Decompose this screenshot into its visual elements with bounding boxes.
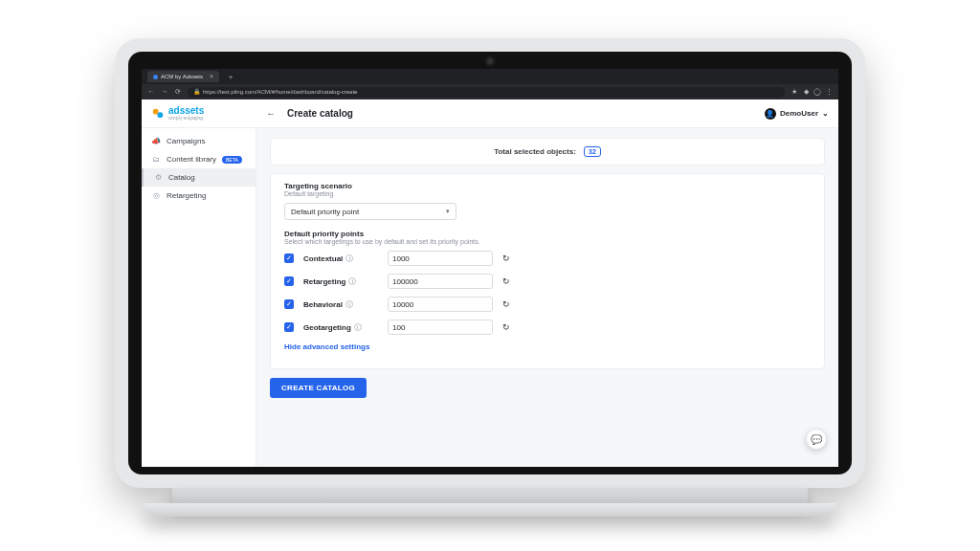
targeting-scenario-subtitle: Default targeting (284, 190, 811, 197)
settings-card: Targeting scenario Default targeting Def… (270, 173, 825, 369)
camera-dot (486, 57, 494, 65)
app-root: adssets simply engaging ← Create catalog… (142, 99, 838, 467)
nav-back-icon[interactable]: ← (147, 88, 155, 96)
total-objects-label: Total selected objects: (494, 147, 576, 156)
hide-advanced-link[interactable]: Hide advanced settings (284, 342, 811, 351)
info-icon[interactable]: i (345, 254, 353, 262)
chat-fab[interactable]: 💬 (806, 429, 827, 450)
priority-row-contextual: ✓ Contextual i ↻ (284, 251, 811, 266)
sidebar-item-label: Retargeting (167, 191, 206, 200)
sidebar-item-catalog[interactable]: ⚙ Catalog (142, 168, 256, 187)
laptop-base (144, 503, 836, 517)
lock-icon: 🔒 (193, 87, 200, 98)
info-icon[interactable]: i (348, 277, 356, 285)
target-icon: ◎ (151, 191, 161, 200)
priority-input-contextual[interactable] (388, 251, 493, 266)
reset-icon[interactable]: ↻ (502, 253, 510, 263)
brand-tagline: simply engaging (168, 116, 204, 121)
new-tab-button[interactable]: ＋ (223, 72, 238, 82)
tab-title: ACM by Adssets (161, 71, 203, 82)
chat-icon: 💬 (811, 434, 822, 445)
targeting-scenario-title: Targeting scenario (284, 182, 811, 190)
address-bar[interactable]: 🔒 https://test.pling.com/ACM/#/home/dash… (188, 87, 785, 98)
browser-tab[interactable]: ACM by Adssets × (147, 71, 219, 82)
svg-point-1 (157, 112, 163, 118)
priority-rows: ✓ Contextual i ↻ ✓ (284, 251, 811, 335)
checkbox-retargeting[interactable]: ✓ (284, 276, 294, 286)
browser-tabbar: ACM by Adssets × ＋ (142, 69, 838, 84)
sidebar-item-label: Campaigns (167, 137, 205, 145)
priority-row-behavioral: ✓ Behavioral i ↻ (284, 297, 811, 312)
priority-section-title: Default priority points (284, 230, 811, 238)
folder-icon: 🗂 (151, 155, 161, 164)
priority-label: Geotargeting (303, 323, 351, 332)
extension-icon[interactable]: ★ (791, 88, 798, 96)
priority-row-geotargeting: ✓ Geotargeting i ↻ (284, 320, 811, 335)
sidebar-item-content-library[interactable]: 🗂 Content library BETA (142, 150, 256, 168)
chevron-down-icon: ⌄ (822, 109, 829, 118)
beta-badge: BETA (222, 156, 242, 164)
create-catalog-button[interactable]: Create catalog (270, 378, 367, 398)
brand-mark-icon (151, 107, 165, 121)
sidebar-item-label: Catalog (168, 173, 195, 182)
priority-label: Contextual (303, 254, 343, 263)
scenario-select[interactable]: Default priority point ▾ (284, 203, 457, 220)
profile-icon[interactable]: ◯ (813, 88, 821, 96)
nav-forward-icon[interactable]: → (161, 88, 168, 96)
menu-icon[interactable]: ⋮ (825, 88, 833, 96)
checkbox-contextual[interactable]: ✓ (284, 253, 294, 263)
brand-logo[interactable]: adssets simply engaging (151, 106, 256, 121)
reset-icon[interactable]: ↻ (502, 276, 510, 286)
priority-label: Retargeting (303, 277, 345, 286)
priority-input-behavioral[interactable] (388, 297, 493, 312)
page-title: Create catalog (287, 108, 353, 119)
back-button[interactable]: ← (266, 108, 278, 119)
priority-label: Behavioral (303, 300, 343, 309)
reset-icon[interactable]: ↻ (502, 299, 510, 309)
browser-addressbar-row: ← → ⟳ 🔒 https://test.pling.com/ACM/#/hom… (142, 84, 838, 99)
chevron-down-icon: ▾ (446, 208, 450, 215)
checkbox-behavioral[interactable]: ✓ (284, 299, 294, 309)
total-objects-count: 32 (584, 146, 601, 157)
sidebar-item-label: Content library (167, 155, 216, 164)
user-name: DemoUser (780, 109, 818, 118)
tab-favicon (153, 75, 158, 79)
app-header: adssets simply engaging ← Create catalog… (142, 99, 838, 128)
tab-close-icon[interactable]: × (210, 71, 213, 82)
gear-icon: ⚙ (153, 173, 163, 182)
sidebar-item-campaigns[interactable]: 📣 Campaigns (142, 132, 256, 150)
priority-input-geotargeting[interactable] (388, 320, 493, 335)
megaphone-icon: 📣 (151, 137, 161, 145)
summary-card: Total selected objects: 32 (270, 138, 825, 165)
priority-row-retargeting: ✓ Retargeting i ↻ (284, 274, 811, 289)
address-url: https://test.pling.com/ACM/#/home/dashbo… (203, 87, 357, 98)
priority-section-subtitle: Select which targetings to use by defaul… (284, 238, 811, 245)
priority-input-retargeting[interactable] (388, 274, 493, 289)
avatar-icon: 👤 (765, 108, 776, 120)
main-content: Total selected objects: 32 Targeting sce… (256, 128, 838, 467)
reset-icon[interactable]: ↻ (502, 322, 510, 332)
nav-reload-icon[interactable]: ⟳ (174, 88, 182, 96)
sidebar: 📣 Campaigns 🗂 Content library BETA ⚙ Cat… (142, 128, 256, 467)
user-menu[interactable]: 👤 DemoUser ⌄ (765, 108, 829, 120)
checkbox-geotargeting[interactable]: ✓ (284, 322, 294, 332)
scenario-select-value: Default priority point (291, 208, 359, 216)
info-icon[interactable]: i (354, 323, 362, 331)
svg-point-0 (153, 108, 159, 114)
info-icon[interactable]: i (345, 300, 353, 308)
sidebar-item-retargeting[interactable]: ◎ Retargeting (142, 187, 256, 205)
extension-icon[interactable]: ◆ (802, 88, 810, 96)
